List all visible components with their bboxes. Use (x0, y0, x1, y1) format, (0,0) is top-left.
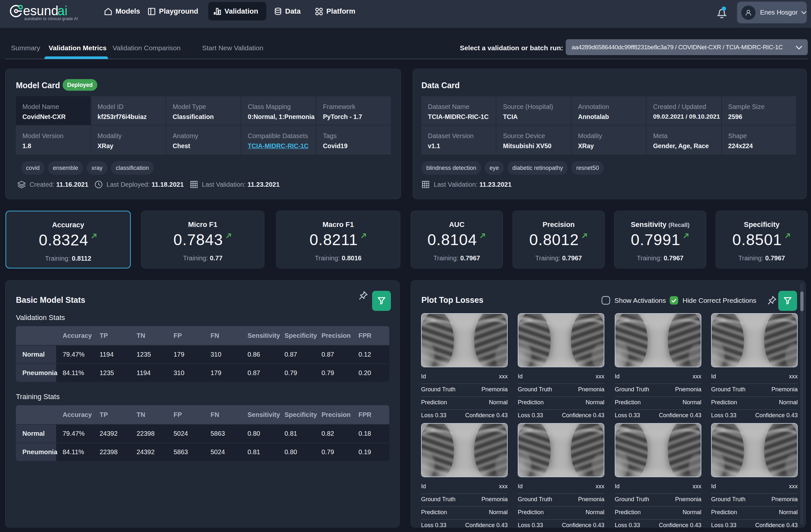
svg-text:esund: esund (23, 3, 58, 18)
svg-text:ai: ai (58, 3, 67, 18)
svg-text:autobahn to clinical-grade AI: autobahn to clinical-grade AI (24, 17, 78, 21)
